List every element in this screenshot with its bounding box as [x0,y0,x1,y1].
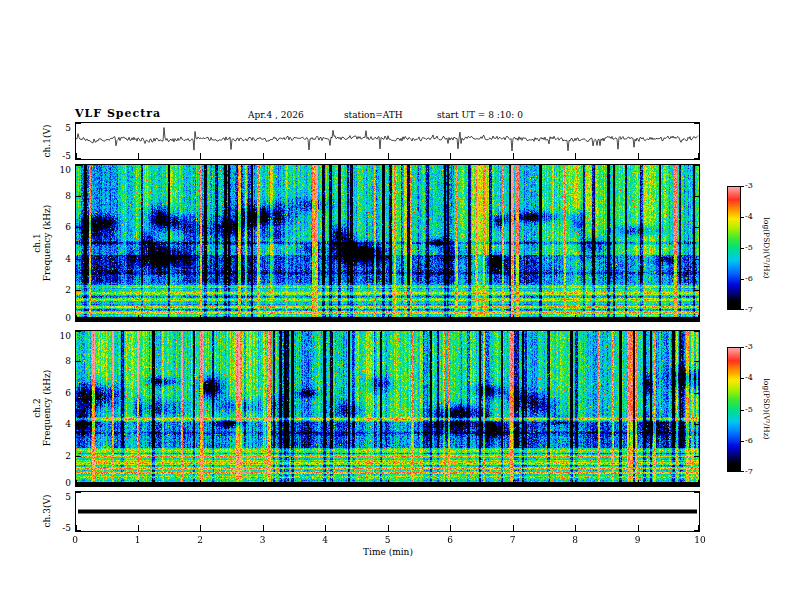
y-tick-mark [76,259,81,260]
y-tick-label: 0 [49,313,71,323]
x-tick-mark [263,315,264,321]
x-tick-mark [325,153,326,159]
y-tick-mark [76,456,81,457]
x-tick-mark [638,315,639,321]
ylabel-ch2-frequency: ch.2 Frequency (kHz) [32,370,52,447]
x-tick-label: 3 [260,535,266,545]
x-tick-label: 8 [572,535,578,545]
x-tick-mark [76,525,77,531]
colorbar-tick-label: -3 [745,181,753,190]
x-tick-mark [575,315,576,321]
x-tick-mark [325,525,326,531]
x-tick-mark [575,480,576,486]
ch1-spectrogram-canvas [76,165,699,321]
y-tick-label: 5 [49,492,71,502]
x-tick-mark [138,525,139,531]
colorbar-tick-label: -5 [745,405,753,414]
x-tick-mark [698,525,699,531]
x-tick-mark [513,525,514,531]
colorbar-tick-label: -7 [745,467,753,476]
header-start-ut: start UT = 8 :10: 0 [437,110,523,120]
x-tick-label: 10 [694,535,705,545]
y-tick-label: 6 [49,388,71,398]
ch2-spectrogram-canvas [76,331,699,486]
x-tick-mark [513,480,514,486]
colorbar-ch1 [727,186,741,310]
y-tick-label: 2 [49,451,71,461]
y-tick-mark [694,456,699,457]
y-tick-label: -5 [49,151,71,161]
y-tick-mark [76,227,81,228]
x-tick-mark [325,315,326,321]
x-tick-mark [76,480,77,486]
panel-ch1-spectrogram [75,164,700,322]
y-tick-mark [76,290,81,291]
y-tick-mark [694,492,699,493]
x-tick-mark [388,525,389,531]
y-tick-mark [76,361,81,362]
x-tick-mark [388,153,389,159]
colorbar-tick-label: -5 [745,243,753,252]
colorbar-tick-mark [741,378,744,379]
ylabel-ch1-frequency: ch.1 Frequency (kHz) [32,205,52,282]
y-tick-label: 10 [49,331,71,341]
y-tick-label: 8 [49,356,71,366]
y-tick-mark [76,393,81,394]
x-tick-mark [388,315,389,321]
y-tick-mark [694,165,699,166]
y-tick-mark [76,424,81,425]
x-tick-label: 9 [635,535,641,545]
x-tick-label: 0 [72,535,78,545]
colorbar-tick-label: -6 [745,436,753,445]
y-tick-mark [76,492,81,493]
y-tick-label: 4 [49,419,71,429]
x-tick-mark [638,153,639,159]
x-tick-label: 2 [197,535,203,545]
y-tick-mark [694,123,699,124]
y-tick-label: 4 [49,254,71,264]
colorbar-tick-label: -3 [745,342,753,351]
x-tick-mark [698,315,699,321]
figure-title: VLF Spectra [75,107,161,120]
colorbar-ch2 [727,347,741,472]
y-tick-label: -5 [49,523,71,533]
xaxis-label: Time (min) [363,547,413,557]
y-tick-mark [76,123,81,124]
y-tick-label: 6 [49,222,71,232]
x-tick-mark [325,480,326,486]
x-tick-mark [76,315,77,321]
y-tick-mark [694,361,699,362]
x-tick-label: 5 [385,535,391,545]
x-tick-mark [138,315,139,321]
colorbar-tick-label: -4 [745,212,753,221]
header-date: Apr.4 , 2026 [248,110,304,120]
y-tick-mark [694,227,699,228]
x-tick-label: 1 [135,535,141,545]
x-tick-label: 4 [322,535,328,545]
y-tick-mark [694,290,699,291]
x-tick-mark [450,480,451,486]
y-tick-mark [694,196,699,197]
x-tick-mark [575,525,576,531]
x-tick-mark [76,153,77,159]
y-tick-mark [694,393,699,394]
colorbar-ch2-label: log(PSD)(V²/Hz) [762,378,771,439]
y-tick-mark [76,196,81,197]
x-tick-mark [263,480,264,486]
header-station: station=ATH [344,110,403,120]
x-tick-label: 7 [510,535,516,545]
y-tick-mark [694,331,699,332]
x-tick-mark [450,525,451,531]
vlf-spectra-figure: VLF Spectra Apr.4 , 2026 station=ATH sta… [0,0,792,612]
y-tick-label: 0 [49,478,71,488]
x-tick-mark [575,153,576,159]
colorbar-tick-mark [741,186,744,187]
x-tick-mark [200,315,201,321]
colorbar-tick-mark [741,279,744,280]
colorbar-tick-mark [741,309,744,310]
x-tick-mark [200,525,201,531]
x-tick-mark [638,480,639,486]
x-tick-mark [698,153,699,159]
y-tick-label: 8 [49,191,71,201]
y-tick-label: 5 [49,123,71,133]
